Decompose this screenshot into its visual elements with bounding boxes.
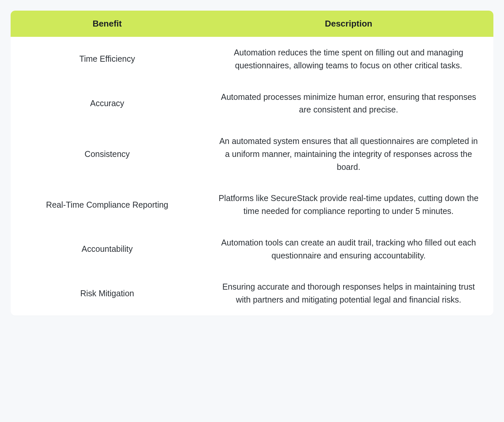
cell-benefit: Accuracy (11, 81, 204, 126)
benefits-table: Benefit Description Time Efficiency Auto… (11, 11, 493, 316)
table-row: Risk Mitigation Ensuring accurate and th… (11, 271, 493, 316)
table-row: Consistency An automated system ensures … (11, 125, 493, 182)
cell-benefit: Accountability (11, 227, 204, 271)
table-row: Accuracy Automated processes minimize hu… (11, 81, 493, 126)
table-header-row: Benefit Description (11, 11, 493, 37)
cell-description: Automation reduces the time spent on fil… (204, 37, 493, 81)
cell-description: Automated processes minimize human error… (204, 81, 493, 126)
table-row: Accountability Automation tools can crea… (11, 227, 493, 271)
cell-description: Platforms like SecureStack provide real-… (204, 182, 493, 227)
cell-benefit: Time Efficiency (11, 37, 204, 81)
benefits-table-card: Benefit Description Time Efficiency Auto… (11, 11, 493, 316)
table-row: Real-Time Compliance Reporting Platforms… (11, 182, 493, 227)
cell-benefit: Consistency (11, 125, 204, 182)
cell-description: Automation tools can create an audit tra… (204, 227, 493, 271)
cell-benefit: Risk Mitigation (11, 271, 204, 316)
header-benefit: Benefit (11, 11, 204, 37)
cell-description: Ensuring accurate and thorough responses… (204, 271, 493, 316)
cell-benefit: Real-Time Compliance Reporting (11, 182, 204, 227)
table-row: Time Efficiency Automation reduces the t… (11, 37, 493, 81)
header-description: Description (204, 11, 493, 37)
cell-description: An automated system ensures that all que… (204, 125, 493, 182)
